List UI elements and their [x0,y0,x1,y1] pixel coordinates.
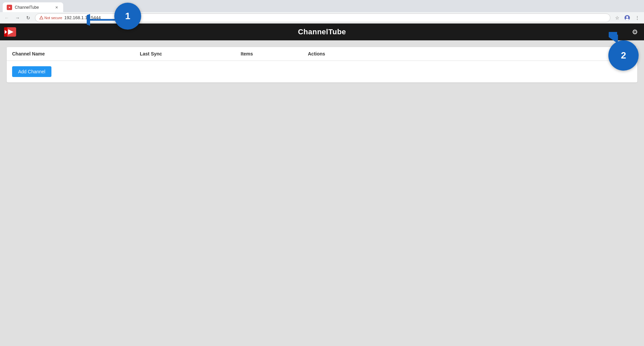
tab-close-button[interactable]: ✕ [54,5,59,10]
settings-button[interactable]: ⚙ [630,27,640,37]
profile-button[interactable] [623,14,631,22]
svg-point-5 [626,18,629,21]
svg-point-4 [626,16,628,18]
table-header: Channel Name Last Sync Items Actions [7,47,637,61]
add-channel-button[interactable]: Add Channel [12,66,51,77]
tab-bar: ChannelTube ✕ [0,0,644,12]
col-items: Items [241,51,308,56]
col-last-sync: Last Sync [140,51,241,56]
col-actions: Actions [308,51,375,56]
app-header: ChannelTube ⚙ [0,24,644,40]
app-body: Channel Name Last Sync Items Actions Add… [0,40,644,346]
app-title: ChannelTube [298,28,346,36]
bookmark-button[interactable]: ☆ [613,14,621,22]
browser-menu-button[interactable]: ⋮ [633,14,641,22]
tab-favicon [7,5,12,10]
table-body: Add Channel [7,61,637,82]
tab-title: ChannelTube [15,5,39,10]
address-text: 192.168.1.18:5444 [64,15,100,20]
not-secure-indicator: ! Not secure [39,16,62,20]
refresh-button[interactable]: ↻ [24,14,32,22]
address-bar[interactable]: ! Not secure 192.168.1.18:5444 [35,13,610,22]
svg-text:!: ! [41,17,42,19]
app-logo [4,27,16,37]
warning-icon: ! [39,16,43,20]
channels-table: Channel Name Last Sync Items Actions Add… [7,47,637,82]
back-button[interactable]: ← [3,14,11,22]
forward-button[interactable]: → [13,14,22,22]
browser-chrome: ChannelTube ✕ ← → ↻ ! Not secure 192.168… [0,0,644,24]
profile-icon [624,15,630,21]
browser-toolbar-actions: ☆ ⋮ [613,14,641,22]
active-tab[interactable]: ChannelTube ✕ [3,2,63,12]
browser-toolbar: ← → ↻ ! Not secure 192.168.1.18:5444 ☆ [0,12,644,24]
logo-icon [4,27,16,37]
col-channel-name: Channel Name [12,51,140,56]
